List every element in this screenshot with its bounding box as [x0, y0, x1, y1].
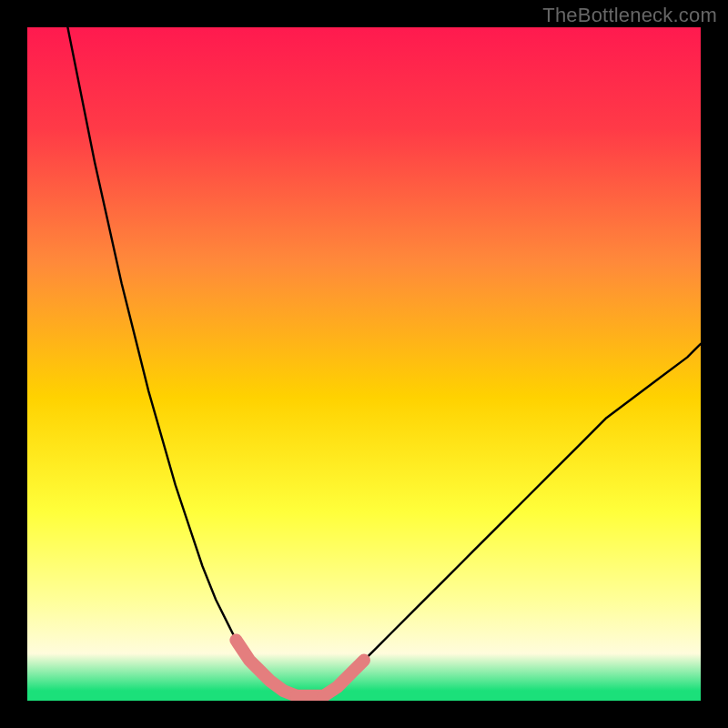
watermark-text: TheBottleneck.com — [542, 4, 717, 27]
gradient-background — [27, 27, 701, 701]
plot-area — [27, 27, 701, 701]
chart-frame: TheBottleneck.com — [0, 0, 728, 728]
bottleneck-chart — [27, 27, 701, 701]
